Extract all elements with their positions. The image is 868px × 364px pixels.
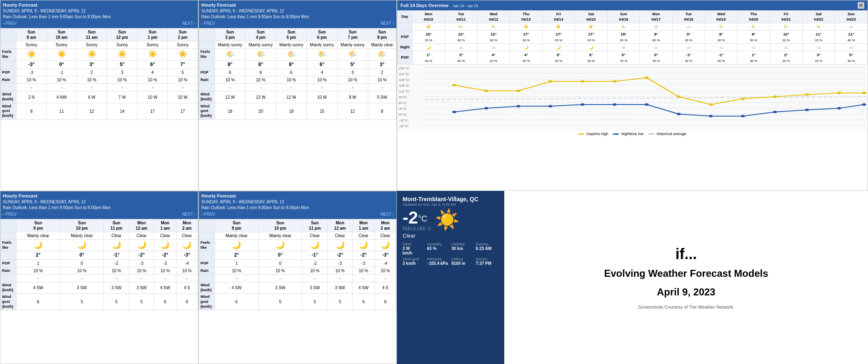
ov-night-icon-3: 🌙: [510, 44, 542, 51]
cond-bl-4: Clear: [154, 232, 176, 239]
col-sun12: Sun12 pm: [107, 29, 137, 41]
wind-label-bl: Wind(km/h): [1, 282, 17, 293]
cond-br-4: Clear: [353, 232, 374, 239]
overview-title: Full 14 Days Overview Apr 10 - Apr 23: [401, 3, 478, 8]
widget-feels-value: -2: [427, 226, 431, 231]
ov-day-5: Sat04/15: [575, 11, 608, 23]
wind-br-1: 3 SW: [258, 282, 302, 293]
hourly-title-tl: Hourly Forecast: [3, 2, 196, 8]
cond-bl-3: Clear: [129, 232, 154, 239]
widget-details: Wind 2 W km/h Humidity 63 % Visibility 3…: [403, 242, 498, 266]
ov-daytemp-0: 15°20 %: [413, 31, 445, 44]
prev-button-bl[interactable]: ‹ PREV: [3, 212, 17, 217]
col-bl-1: Sun10 pm: [60, 219, 104, 232]
temp-bl-5: -3°: [176, 251, 198, 260]
wind-dash-label-tr: [199, 84, 215, 91]
svg-point-28: [613, 80, 617, 83]
col-sun5: Sun5 pm: [276, 29, 307, 41]
prev-button-tl[interactable]: ‹ PREV: [3, 21, 17, 26]
wind-tr-0: 12 W: [215, 91, 246, 103]
feels-tl-0: ☀️: [17, 49, 47, 60]
rain-tl-0: 10 %: [17, 76, 47, 84]
col-sun1: Sun1 pm: [138, 29, 168, 41]
wind-label-tl: Wind(km/h): [1, 91, 17, 103]
ov-icon-5: ☀️: [575, 23, 608, 31]
pop-tr-4: 3: [337, 69, 368, 76]
wdash-tl-4: -: [138, 84, 168, 91]
hourly-date-bl: SUNDAY, APRIL 9 - WEDNESDAY, APRIL 12: [3, 199, 196, 205]
wind-br-3: 3 SW: [327, 282, 352, 293]
ov-night-icon-10: ☁️: [737, 44, 770, 51]
next-button-bl[interactable]: NEXT ›: [182, 212, 196, 217]
svg-point-32: [741, 98, 745, 100]
hourly-date-tl: SUNDAY, APRIL 9 - WEDNESDAY, APRIL 12: [3, 8, 196, 14]
temp-br-4: -2°: [353, 251, 374, 260]
overview-close-button[interactable]: ✕: [858, 2, 864, 9]
ov-icon-1: ⛅: [445, 23, 477, 31]
wind-br-2: 3 SW: [302, 282, 327, 293]
pop-tr-5: 2: [368, 69, 396, 76]
prev-button-tr[interactable]: ‹ PREV: [201, 21, 215, 26]
prev-button-br[interactable]: ‹ PREV: [201, 212, 215, 217]
gust-tr-1: 20: [246, 103, 276, 119]
svg-point-47: [773, 111, 777, 113]
rain-tr-5: 10 %: [368, 76, 396, 84]
cond-tl-0: Sunny: [17, 41, 47, 49]
wind-bl-5: 4 S: [176, 282, 198, 293]
svg-point-27: [580, 80, 584, 83]
ov-night-icon-1: ☁️: [445, 44, 477, 51]
ov-day-1: Tue04/11: [445, 11, 477, 23]
hourly-rain-tl: Rain Outlook: Less than 1 mm 9:00am Sun …: [3, 14, 196, 20]
temp-tl-4: 6°: [138, 60, 168, 69]
hourly-header-tr: Hourly Forecast SUNDAY, APRIL 9 - WEDNES…: [199, 0, 396, 28]
rain-bl-0: 10 %: [17, 267, 60, 274]
cond-bl-1: Mainly clear: [60, 232, 104, 239]
temp-br-5: -3°: [374, 251, 396, 260]
wind-tr-5: 5 SW: [368, 91, 396, 103]
wdash-br-1: -: [258, 274, 302, 282]
rain-tr-0: 10 %: [215, 76, 246, 84]
next-button-br[interactable]: NEXT ›: [380, 212, 394, 217]
wind-bl-0: 4 SW: [17, 282, 60, 293]
gust-bl-3: 5: [129, 294, 154, 310]
pop-tl-3: 3: [107, 69, 137, 76]
ov-nighttemp-11: 2°20 %: [770, 51, 803, 64]
svg-text:18°C: 18°C: [398, 79, 410, 82]
overview-title-text: Full 14 Days Overview: [401, 3, 448, 8]
hourly-title-tr: Hourly Forecast: [201, 2, 394, 8]
gust-tl-1: 11: [46, 103, 76, 119]
ov-night-icon-0: 🌙: [413, 44, 445, 51]
temp-bl-0: 2°: [17, 251, 60, 260]
hourly-nav-tr: ‹ PREV NEXT ›: [201, 21, 394, 26]
ov-icon-day-label: [398, 23, 413, 31]
ov-daytemp-2: 12°30 %: [477, 31, 510, 44]
feels-tl-4: ☀️: [138, 49, 168, 60]
ov-nighttemp-6: 5°70 %: [607, 51, 640, 64]
feels-br-5: 🌙: [374, 239, 396, 251]
feels-br-0: 🌙: [215, 239, 259, 251]
wdash-tl-2: -: [76, 84, 107, 91]
top-row: Hourly Forecast SUNDAY, APRIL 9 - WEDNES…: [0, 0, 868, 191]
pop-label-br: POP: [199, 259, 215, 267]
col-sun10: Sun10 am: [46, 29, 76, 41]
rain-bl-2: 10 %: [104, 267, 129, 274]
widget-temp-row: -2°C FEELS LIKE -2 ☀️: [403, 209, 498, 231]
ov-daytemp-8: 5°30 %: [672, 31, 705, 44]
widget-humidity: Humidity 63 %: [427, 242, 450, 255]
hourly-panel-top-left: Hourly Forecast SUNDAY, APRIL 9 - WEDNES…: [0, 0, 198, 191]
wind-dash-label-tl: [1, 84, 17, 91]
temp-label-tl: [1, 60, 17, 69]
cond-br-0: Mainly clear: [215, 232, 259, 239]
pop-label-tl: POP: [1, 69, 17, 76]
feels-tl-2: ☀️: [76, 49, 107, 60]
pop-tl-1: -1: [46, 69, 76, 76]
hourly-date-tr: SUNDAY, APRIL 9 - WEDNESDAY, APRIL 12: [201, 8, 394, 14]
next-button-tr[interactable]: NEXT ›: [380, 21, 394, 26]
rain-bl-1: 10 %: [60, 267, 104, 274]
wdash-tr-4: -: [337, 84, 368, 91]
pop-tl-2: 2: [76, 69, 107, 76]
col-sun8: Sun8 pm: [368, 29, 396, 41]
svg-text:-3°C: -3°C: [398, 119, 408, 122]
next-button-tl[interactable]: NEXT ›: [182, 21, 196, 26]
gust-tr-5: 8: [368, 103, 396, 119]
